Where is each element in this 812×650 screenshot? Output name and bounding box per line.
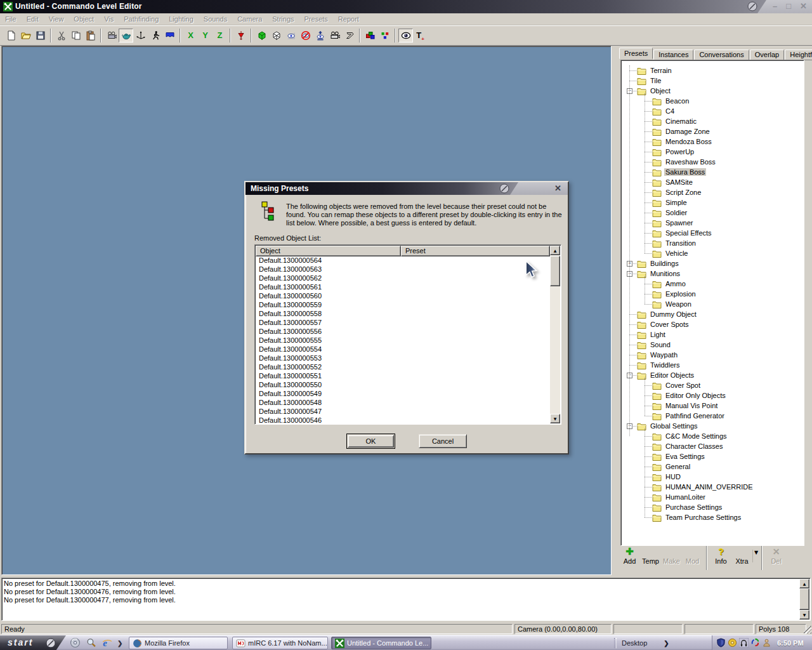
tree-item-editor-only-objects[interactable]: Editor Only Objects [622,390,802,401]
log-scrollbar[interactable]: ▲ ▼ [799,579,809,620]
tree-item-raveshaw-boss[interactable]: Raveshaw Boss [622,157,802,167]
tree-item-twiddlers[interactable]: Twiddlers [622,360,802,370]
tree-item-purchase-settings[interactable]: Purchase Settings [622,502,802,512]
dialog-titlebar[interactable]: Missing Presets ✕ [246,182,568,195]
tree-item-general[interactable]: General [622,461,802,472]
tree-item-eva-settings[interactable]: Eva Settings [622,451,802,461]
removed-object-row[interactable]: Default.1300000560 [256,292,550,301]
task-button-mirc[interactable]: mIRC 6.17 with NoNam... [232,637,328,649]
ok-button[interactable]: OK [346,434,395,449]
tree-item-explosion[interactable]: Explosion [622,289,802,299]
desktop-toolbar[interactable]: Desktop ❯ [614,637,710,649]
toolbar-button-rgb-cubes[interactable] [363,29,377,43]
toolbar-button-render-teapot[interactable] [119,29,133,43]
toolbar-button-axis-y[interactable]: Y [198,29,213,43]
tree-item-mendoza-boss[interactable]: Mendoza Boss [622,136,802,147]
tree-item-sound[interactable]: Sound [622,340,802,350]
toolbar-button-preview-eye[interactable] [398,29,413,43]
tree-item-soldier[interactable]: Soldier [622,208,802,218]
tree-item-pathfind-generator[interactable]: Pathfind Generator [622,411,802,421]
shield-tray-icon[interactable] [716,638,726,649]
tree-item-light[interactable]: Light [622,329,802,340]
tree-item-ammo[interactable]: Ammo [622,279,802,289]
removed-object-row[interactable]: Default.1300000558 [256,310,550,319]
toolbar-button-paste-clipboard[interactable] [83,29,98,43]
tree-item-terrain[interactable]: Terrain [622,65,802,76]
toolbar-button-cut-scissors[interactable] [54,29,69,43]
tree-item-cover-spot[interactable]: Cover Spot [622,380,802,390]
tree-item-human-anim-override[interactable]: HUMAN_ANIM_OVERRIDE [622,482,802,492]
toolbar-handle[interactable] [614,638,617,648]
tree-item-hud[interactable]: HUD [622,472,802,482]
toolbar-button-axis-x[interactable]: X [183,29,198,43]
removed-object-row[interactable]: Default.1300000555 [256,336,550,345]
tree-item-waypath[interactable]: Waypath [622,350,802,360]
tree-item-script-zone[interactable]: Script Zone [622,187,802,197]
tree-item-simple[interactable]: Simple [622,197,802,208]
menu-file[interactable]: File [0,13,22,25]
menu-presets[interactable]: Presets [299,13,333,25]
scroll-up-icon[interactable]: ▲ [799,579,809,588]
toolbar-button-copy-pages[interactable] [69,29,83,43]
menu-strings[interactable]: Strings [267,13,299,25]
column-header-object[interactable]: Object [256,246,401,256]
toolbar-button-text-tool[interactable]: T+ [413,29,428,43]
toolbar-button-open-folder[interactable] [18,29,33,43]
tree-item-buildings[interactable]: +Buildings [622,258,802,269]
toolbar-button-vis-forbidden[interactable] [298,29,313,43]
list-scrollbar[interactable]: ▲ ▼ [550,246,560,423]
toolbar-button-new-document[interactable] [4,29,18,43]
column-header-preset[interactable]: Preset [401,246,550,256]
removed-object-row[interactable]: Default.1300000559 [256,301,550,310]
tree-item-damage-zone[interactable]: Damage Zone [622,126,802,136]
toolbar-button-save-floppy[interactable] [33,29,48,43]
removed-object-row[interactable]: Default.1300000563 [256,265,550,274]
removed-object-row[interactable]: Default.1300000557 [256,319,550,328]
tree-item-cinematic[interactable]: Cinematic [622,116,802,126]
menu-lighting[interactable]: Lighting [164,13,199,25]
removed-object-row[interactable]: Default.1300000551 [256,372,550,381]
tree-item-vehicle[interactable]: Vehicle [622,248,802,258]
removed-object-row[interactable]: Default.1300000553 [256,354,550,363]
temp-button[interactable]: Temp [640,545,661,565]
chevron-right-icon[interactable]: ❯ [664,640,669,647]
tree-item-samsite[interactable]: SAMSite [622,177,802,187]
minimize-button[interactable]: – [773,1,777,11]
tab-conversations[interactable]: Conversations [694,50,749,60]
gold-disc-tray-icon[interactable] [728,638,737,649]
scroll-down-icon[interactable]: ▼ [799,610,809,620]
add-button[interactable]: ✚Add [619,545,640,565]
menu-sounds[interactable]: Sounds [199,13,232,25]
scrollbar-thumb[interactable] [550,256,560,286]
tab-instances[interactable]: Instances [653,50,693,60]
start-button[interactable]: start [0,635,66,650]
removed-object-row[interactable]: Default.1300000547 [256,408,550,416]
removed-object-row[interactable]: Default.1300000562 [256,274,550,283]
toolbar-button-solid-cube[interactable] [254,29,269,43]
toolbar-button-vis-sector[interactable] [342,29,357,43]
tree-item-team-purchase-settings[interactable]: Team Purchase Settings [622,512,802,522]
toolbar-button-axis-z[interactable]: Z [213,29,227,43]
removed-object-row[interactable]: Default.1300000549 [256,390,550,399]
quick-launch-chevron-icon[interactable]: ❯ [117,640,122,647]
swirl-tray-icon[interactable] [750,638,760,649]
resize-grip[interactable] [804,626,811,633]
tree-item-object[interactable]: −Object [622,86,802,96]
search-magnifier-icon[interactable] [86,637,96,649]
tree-item-humanloiter[interactable]: HumanLoiter [622,492,802,502]
toolbar-button-flag-marker[interactable] [162,29,177,43]
scroll-down-icon[interactable]: ▼ [550,414,560,423]
toolbar-button-vis-raise[interactable] [313,29,327,43]
tree-item-editor-objects[interactable]: −Editor Objects [622,370,802,380]
removed-object-row[interactable]: Default.1300000554 [256,345,550,354]
tree-item-dummy-object[interactable]: Dummy Object [622,309,802,319]
tree-item-global-settings[interactable]: −Global Settings [622,421,802,431]
removed-object-row[interactable]: Default.1300000546 [256,416,550,423]
toolbar-button-rotate-gizmo[interactable] [133,29,148,43]
toolbar-button-rgb-points[interactable] [377,29,392,43]
tree-item-c4[interactable]: C4 [622,106,802,116]
tree-item-spawner[interactable]: Spawner [622,218,802,228]
task-button-commando[interactable]: Untitled - Commando Le... [331,637,431,649]
toolbar-button-vis-eye[interactable] [284,29,298,43]
removed-object-row[interactable]: Default.1300000561 [256,283,550,292]
